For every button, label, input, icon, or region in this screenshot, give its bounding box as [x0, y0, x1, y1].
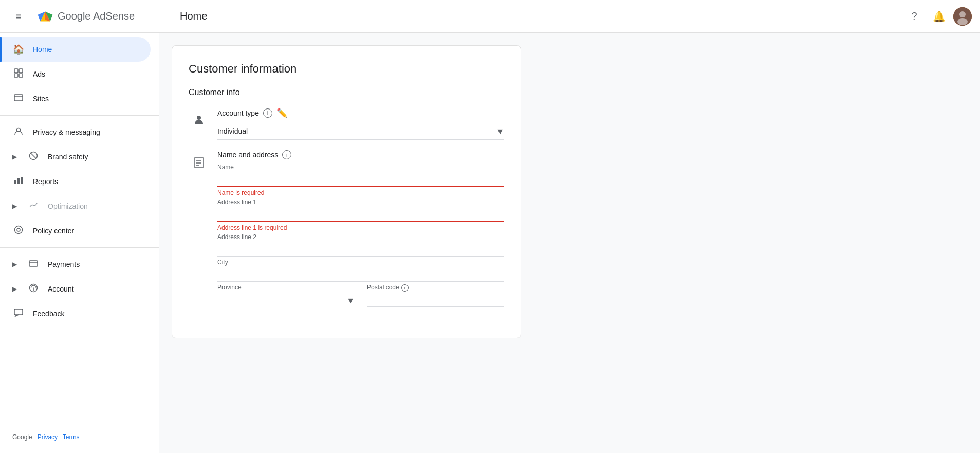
account-type-content: Account type i ✏️ Individual Business ▼	[217, 107, 504, 140]
expand-icon-payments: ▶	[12, 261, 17, 268]
postal-info-icon[interactable]: i	[401, 284, 409, 292]
feedback-icon	[12, 307, 25, 320]
sidebar-item-feedback[interactable]: Feedback	[0, 301, 151, 326]
account-type-label-row: Account type i ✏️	[217, 107, 504, 119]
sidebar-item-ads[interactable]: Ads	[0, 62, 151, 86]
sidebar-item-policy-center[interactable]: Policy center	[0, 219, 151, 243]
sidebar: 🏠 Home Ads Sites Privacy & messaging ▶	[0, 33, 159, 453]
sidebar-item-optimization: ▶ Optimization	[0, 194, 151, 219]
account-icon	[27, 283, 40, 296]
sidebar-item-reports[interactable]: Reports	[0, 169, 151, 194]
bell-icon: 🔔	[933, 10, 946, 23]
svg-rect-18	[21, 177, 23, 184]
province-field: Province ▼	[217, 284, 355, 309]
name-address-label: Name and address	[217, 151, 278, 159]
sidebar-item-home[interactable]: 🏠 Home	[0, 37, 151, 62]
help-icon: ?	[911, 10, 917, 22]
svg-point-20	[17, 228, 20, 231]
nav-separator-1	[0, 115, 159, 116]
help-button[interactable]: ?	[904, 6, 924, 27]
address1-input[interactable]	[217, 207, 504, 222]
sidebar-label-sites: Sites	[33, 95, 49, 103]
topbar: ≡ Google AdSense Home ? 🔔	[0, 0, 980, 33]
name-error: Name is required	[217, 189, 504, 196]
city-label: City	[217, 259, 504, 266]
svg-rect-27	[194, 158, 204, 167]
logo-area: Google AdSense	[37, 8, 135, 25]
sites-icon	[12, 93, 25, 105]
svg-rect-11	[14, 95, 23, 101]
svg-point-5	[959, 11, 966, 17]
sidebar-label-payments: Payments	[48, 260, 80, 268]
svg-rect-21	[29, 261, 38, 266]
sidebar-label-brand-safety: Brand safety	[48, 153, 88, 161]
svg-line-15	[30, 153, 36, 159]
account-type-select[interactable]: Individual Business	[217, 123, 504, 140]
nav-separator-2	[0, 247, 159, 248]
name-address-icon-container	[189, 152, 209, 173]
province-select[interactable]	[217, 292, 355, 309]
notifications-button[interactable]: 🔔	[929, 6, 949, 27]
name-label: Name	[217, 164, 504, 171]
province-select-wrapper: ▼	[217, 292, 355, 309]
svg-rect-9	[14, 74, 18, 77]
postal-field: Postal code i	[367, 284, 504, 309]
account-type-info-icon[interactable]: i	[263, 108, 272, 118]
svg-rect-16	[14, 180, 16, 184]
address2-label: Address line 2	[217, 233, 504, 241]
svg-point-6	[957, 18, 968, 25]
svg-point-19	[15, 226, 23, 233]
account-type-icon-container	[189, 110, 209, 130]
menu-button[interactable]: ≡	[8, 6, 29, 27]
sidebar-label-reports: Reports	[33, 177, 58, 186]
postal-label-row: Postal code i	[367, 284, 504, 292]
expand-icon-brand-safety: ▶	[12, 153, 17, 160]
sidebar-label-ads: Ads	[33, 70, 45, 78]
sidebar-label-policy: Policy center	[33, 227, 74, 235]
brand-safety-icon	[27, 151, 40, 164]
page-title: Home	[168, 10, 904, 22]
sidebar-item-brand-safety[interactable]: ▶ Brand safety	[0, 144, 151, 169]
sidebar-label-home: Home	[33, 45, 52, 53]
svg-rect-7	[14, 69, 18, 73]
address2-input[interactable]	[217, 242, 504, 257]
payments-icon	[27, 258, 40, 271]
account-type-edit-icon[interactable]: ✏️	[276, 107, 288, 119]
address1-field: Address line 1 Address line 1 is require…	[217, 198, 504, 231]
ads-icon	[12, 68, 25, 81]
address2-field: Address line 2	[217, 233, 504, 257]
name-address-row: Name and address i Name Name is required…	[189, 150, 504, 311]
expand-icon-account: ▶	[12, 285, 17, 293]
logo-icon	[37, 8, 53, 25]
sidebar-label-optimization: Optimization	[48, 202, 88, 210]
postal-label: Postal code	[367, 284, 399, 291]
svg-rect-25	[14, 309, 23, 315]
avatar[interactable]	[953, 7, 972, 26]
sidebar-item-account[interactable]: ▶ Account	[0, 277, 151, 301]
policy-icon	[12, 225, 25, 238]
svg-rect-10	[19, 74, 23, 77]
section-label: Customer info	[189, 88, 504, 97]
sidebar-item-payments[interactable]: ▶ Payments	[0, 252, 151, 277]
sidebar-label-account: Account	[48, 285, 74, 293]
name-address-content: Name and address i Name Name is required…	[217, 150, 504, 311]
footer-terms-link[interactable]: Terms	[63, 433, 80, 441]
sidebar-footer: Google Privacy Terms	[0, 425, 159, 449]
name-input[interactable]	[217, 172, 504, 187]
address1-label: Address line 1	[217, 198, 504, 206]
account-type-label: Account type	[217, 109, 259, 117]
city-input[interactable]	[217, 267, 504, 282]
name-address-label-row: Name and address i	[217, 150, 504, 159]
address-icon	[193, 156, 205, 169]
account-type-select-wrapper: Individual Business ▼	[217, 123, 504, 140]
account-type-row: Account type i ✏️ Individual Business ▼	[189, 107, 504, 140]
sidebar-item-sites[interactable]: Sites	[0, 86, 151, 111]
topbar-right: ? 🔔	[904, 6, 972, 27]
name-address-info-icon[interactable]: i	[282, 150, 291, 159]
sidebar-item-privacy-messaging[interactable]: Privacy & messaging	[0, 120, 151, 144]
footer-brand: Google	[12, 433, 32, 441]
expand-icon-optimization: ▶	[12, 203, 17, 210]
city-field: City	[217, 259, 504, 282]
footer-privacy-link[interactable]: Privacy	[38, 433, 58, 441]
postal-input[interactable]	[367, 292, 504, 307]
